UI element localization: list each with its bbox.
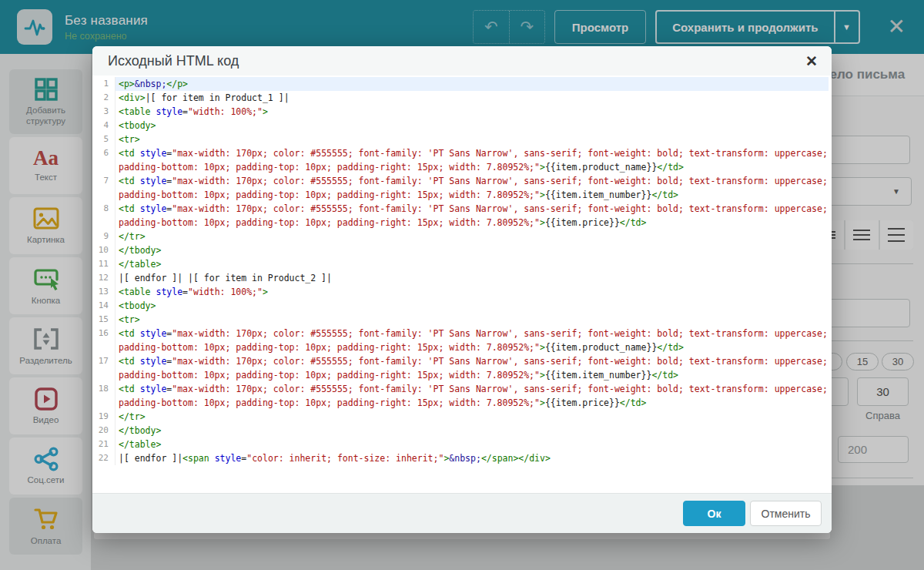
code-line[interactable]: 17<td style="max-width: 170px; color: #5… xyxy=(92,354,832,382)
code-line[interactable]: 15<tr> xyxy=(92,313,832,327)
line-number: 6 xyxy=(92,146,116,174)
line-number: 9 xyxy=(92,230,116,243)
code-line-text: |[ endfor ]| |[ for item in Product_2 ]| xyxy=(116,271,829,285)
code-line[interactable]: 18<td style="max-width: 170px; color: #5… xyxy=(92,382,832,410)
line-number: 3 xyxy=(92,105,116,119)
code-line-text: </table> xyxy=(116,438,829,451)
line-number: 4 xyxy=(92,119,116,132)
line-number: 10 xyxy=(92,243,116,257)
line-number: 19 xyxy=(92,410,116,424)
code-line[interactable]: 12|[ endfor ]| |[ for item in Product_2 … xyxy=(92,271,832,285)
code-line-text: </table> xyxy=(116,257,829,271)
code-line[interactable]: 22|[ endfor ]|<span style="color: inheri… xyxy=(92,451,832,465)
line-number: 22 xyxy=(92,451,116,465)
code-line-text: <table style="width: 100%;"> xyxy=(116,105,829,119)
line-number: 20 xyxy=(92,424,116,438)
code-line[interactable]: 8<td style="max-width: 170px; color: #55… xyxy=(92,202,832,230)
source-code-modal: Исходный HTML код ✕ 1<p>&nbsp;</p>2<div>… xyxy=(92,46,832,533)
code-line-text: </tbody> xyxy=(116,243,829,257)
code-line-text: |[ endfor ]|<span style="color: inherit;… xyxy=(116,451,829,465)
code-line[interactable]: 20</tbody> xyxy=(92,424,832,438)
code-line-text: <tbody> xyxy=(116,299,829,313)
line-number: 18 xyxy=(92,382,116,410)
line-number: 11 xyxy=(92,257,116,271)
code-line[interactable]: 10</tbody> xyxy=(92,243,832,257)
line-number: 13 xyxy=(92,285,116,299)
code-line[interactable]: 14<tbody> xyxy=(92,299,832,313)
line-number: 7 xyxy=(92,174,116,202)
code-line[interactable]: 16<td style="max-width: 170px; color: #5… xyxy=(92,327,832,354)
code-line-text: <p>&nbsp;</p> xyxy=(116,77,829,91)
code-line[interactable]: 19</tr> xyxy=(92,410,832,424)
line-number: 14 xyxy=(92,299,116,313)
ok-button[interactable]: Ок xyxy=(683,501,745,526)
code-line-text: <tbody> xyxy=(116,119,829,132)
code-line[interactable]: 6<td style="max-width: 170px; color: #55… xyxy=(92,146,832,174)
modal-title: Исходный HTML код xyxy=(92,53,792,69)
line-number: 8 xyxy=(92,202,116,230)
line-number: 1 xyxy=(92,77,116,91)
code-line-text: <tr> xyxy=(116,313,829,327)
code-line-text: <table style="width: 100%;"> xyxy=(116,285,829,299)
line-number: 2 xyxy=(92,91,116,105)
code-line-text: <td style="max-width: 170px; color: #555… xyxy=(116,382,829,410)
code-line[interactable]: 9</tr> xyxy=(92,230,832,243)
code-line-text: <td style="max-width: 170px; color: #555… xyxy=(116,146,829,174)
code-line[interactable]: 3<table style="width: 100%;"> xyxy=(92,105,832,119)
code-line-text: <tr> xyxy=(116,132,829,146)
code-line-text: <div>|[ for item in Product_1 ]| xyxy=(116,91,829,105)
code-line[interactable]: 21</table> xyxy=(92,438,832,451)
email-editor-screen: Без названия Не сохранено ↶ ↷ Просмотр С… xyxy=(0,0,924,570)
code-line-text: <td style="max-width: 170px; color: #555… xyxy=(116,202,829,230)
modal-header: Исходный HTML код ✕ xyxy=(92,46,832,75)
code-line[interactable]: 4<tbody> xyxy=(92,119,832,132)
line-number: 12 xyxy=(92,271,116,285)
code-line-text: </tr> xyxy=(116,410,829,424)
cancel-button[interactable]: Отменить xyxy=(750,501,822,526)
modal-footer: Ок Отменить xyxy=(92,493,832,533)
code-line-text: <td style="max-width: 170px; color: #555… xyxy=(116,354,829,382)
code-line[interactable]: 7<td style="max-width: 170px; color: #55… xyxy=(92,174,832,202)
line-number: 17 xyxy=(92,354,116,382)
code-line[interactable]: 1<p>&nbsp;</p> xyxy=(92,77,832,91)
code-line[interactable]: 11</table> xyxy=(92,257,832,271)
code-line-text: <td style="max-width: 170px; color: #555… xyxy=(116,327,829,354)
line-number: 5 xyxy=(92,132,116,146)
code-line-text: <td style="max-width: 170px; color: #555… xyxy=(116,174,829,202)
code-line[interactable]: 5<tr> xyxy=(92,132,832,146)
line-number: 15 xyxy=(92,313,116,327)
code-line-text: </tbody> xyxy=(116,424,829,438)
code-line-text: </tr> xyxy=(116,230,829,243)
modal-close-button[interactable]: ✕ xyxy=(792,52,832,70)
line-number: 21 xyxy=(92,438,116,451)
code-line[interactable]: 2<div>|[ for item in Product_1 ]| xyxy=(92,91,832,105)
code-editor[interactable]: 1<p>&nbsp;</p>2<div>|[ for item in Produ… xyxy=(92,75,832,493)
close-icon: ✕ xyxy=(805,53,818,69)
line-number: 16 xyxy=(92,327,116,354)
code-line[interactable]: 13<table style="width: 100%;"> xyxy=(92,285,832,299)
